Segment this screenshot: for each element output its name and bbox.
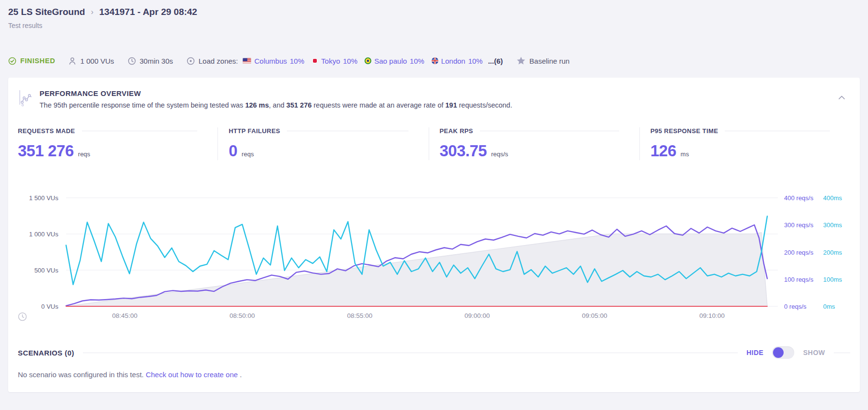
- page-subtitle: Test results: [8, 22, 860, 29]
- rps-tick-label: 400 reqs/s: [784, 194, 819, 202]
- desc-requests-value: 351 276: [286, 101, 312, 109]
- y-axis-vus: 0 VUs500 VUs1 000 VUs1 500 VUs: [18, 198, 66, 306]
- chart-plot-area[interactable]: [66, 198, 778, 306]
- status-label: FINISHED: [20, 57, 55, 65]
- desc-text: requests were made at an average rate of: [312, 101, 445, 109]
- desc-p95-value: 126 ms: [245, 101, 269, 109]
- metric-label: HTTP FAILURES: [229, 127, 280, 135]
- hide-label[interactable]: HIDE: [746, 349, 763, 356]
- card-description: The 95th percentile response time of the…: [40, 101, 512, 109]
- flag-jp-icon: [312, 57, 318, 64]
- y-left-tick: 1 500 VUs: [29, 194, 58, 202]
- zone-london: London 10%: [432, 57, 483, 65]
- breadcrumb-run-name[interactable]: 1341971 - Apr 29 08:42: [99, 7, 197, 17]
- breadcrumb-test-name[interactable]: 25 LS SiteGround: [8, 7, 85, 17]
- desc-rate-value: 191: [446, 101, 457, 109]
- y-right-tick: 100 reqs/s100ms: [784, 275, 842, 283]
- chevron-right-icon: ›: [91, 8, 93, 16]
- status-duration: 30min 30s: [128, 57, 173, 65]
- person-icon: [68, 57, 76, 65]
- y-axis-rps-ms: 0 reqs/s0ms100 reqs/s100ms200 reqs/s200m…: [778, 198, 850, 306]
- metric-unit: ms: [680, 150, 689, 158]
- card-header: PERFORMANCE OVERVIEW The 95th percentile…: [18, 88, 850, 109]
- show-label[interactable]: SHOW: [803, 349, 825, 356]
- ms-tick-label: 0ms: [823, 303, 835, 310]
- divider: [834, 353, 850, 353]
- load-zones-label: Load zones:: [199, 57, 238, 65]
- zone-tokyo: Tokyo 10%: [312, 57, 357, 65]
- scenarios-section: SCENARIOS (0) HIDE SHOW No scenario was …: [18, 346, 850, 379]
- scenarios-title: SCENARIOS (0): [18, 349, 74, 357]
- location-pin-icon: [187, 57, 195, 65]
- metric-value: 126: [651, 142, 677, 160]
- clock-icon: [128, 57, 136, 65]
- star-icon[interactable]: [516, 56, 526, 65]
- toggle-knob: [773, 347, 784, 358]
- check-circle-icon: [8, 57, 16, 65]
- status-finished: FINISHED: [8, 57, 55, 65]
- metric-value: 0: [229, 142, 237, 160]
- card-title: PERFORMANCE OVERVIEW: [40, 88, 512, 97]
- metric-label: REQUESTS MADE: [18, 127, 75, 135]
- performance-chart: 0 VUs500 VUs1 000 VUs1 500 VUs 0 reqs/s0…: [18, 198, 850, 321]
- metric-unit: reqs: [78, 150, 90, 158]
- y-right-tick: 0 reqs/s0ms: [784, 303, 835, 310]
- divider: [287, 131, 408, 131]
- zone-percent: 10%: [410, 57, 424, 65]
- ms-tick-label: 300ms: [823, 221, 842, 229]
- desc-text: The 95th percentile response time of the…: [40, 101, 245, 109]
- metric-label: PEAK RPS: [440, 127, 474, 135]
- zone-city-link[interactable]: Tokyo: [321, 57, 340, 65]
- metric-value: 351 276: [18, 142, 74, 160]
- metric-http-failures: HTTP FAILURES 0reqs: [217, 127, 428, 160]
- x-time-tick: 08:55:00: [347, 312, 373, 319]
- metric-p95-response-time: P95 RESPONSE TIME 126ms: [639, 127, 850, 160]
- desc-text: , and: [269, 101, 286, 109]
- zone-city-link[interactable]: London: [441, 57, 465, 65]
- y-left-tick: 0 VUs: [41, 303, 58, 310]
- status-load-zones: Load zones: Columbus 10% Tokyo 10% Sao p…: [187, 57, 503, 65]
- more-zones-link[interactable]: ...(6): [488, 57, 503, 65]
- metrics-row: REQUESTS MADE 351 276reqs HTTP FAILURES …: [18, 127, 850, 160]
- rps-tick-label: 100 reqs/s: [784, 275, 819, 283]
- baseline-label: Baseline run: [529, 57, 570, 65]
- zone-sao-paulo: Sao paulo 10%: [365, 57, 424, 65]
- metric-unit: reqs/s: [491, 150, 508, 158]
- hide-show-toggle[interactable]: [772, 346, 794, 359]
- line-chart-icon: [18, 88, 33, 107]
- time-clock-icon: [18, 312, 27, 321]
- flag-gb-icon: [432, 57, 438, 64]
- create-scenario-link[interactable]: Check out how to create one: [146, 370, 238, 379]
- status-vus: 1 000 VUs: [68, 57, 114, 65]
- ms-tick-label: 200ms: [823, 248, 842, 256]
- scenarios-message: No scenario was configured in this test.…: [18, 370, 850, 379]
- divider: [82, 131, 198, 131]
- divider: [480, 131, 619, 131]
- metric-value: 303.75: [440, 142, 487, 160]
- performance-overview-card: PERFORMANCE OVERVIEW The 95th percentile…: [8, 78, 860, 392]
- card-header-text: PERFORMANCE OVERVIEW The 95th percentile…: [40, 88, 512, 109]
- zone-percent: 10%: [343, 57, 357, 65]
- zone-city-link[interactable]: Columbus: [254, 57, 287, 65]
- load-zones-list: Columbus 10% Tokyo 10% Sao paulo 10% Lon…: [243, 57, 502, 65]
- metric-peak-rps: PEAK RPS 303.75reqs/s: [429, 127, 639, 160]
- ms-tick-label: 100ms: [823, 275, 842, 283]
- y-left-tick: 1 000 VUs: [29, 230, 58, 237]
- divider: [83, 353, 738, 353]
- ms-tick-label: 400ms: [823, 194, 842, 202]
- rps-tick-label: 300 reqs/s: [784, 221, 819, 229]
- y-right-tick: 300 reqs/s300ms: [784, 221, 842, 229]
- collapse-chevron-up-icon[interactable]: [838, 95, 845, 100]
- y-right-tick: 200 reqs/s200ms: [784, 248, 842, 256]
- x-time-tick: 08:45:00: [112, 312, 138, 319]
- rps-tick-label: 200 reqs/s: [784, 248, 819, 256]
- rps-tick-label: 0 reqs/s: [784, 303, 819, 310]
- y-left-tick: 500 VUs: [34, 266, 58, 273]
- metric-label: P95 RESPONSE TIME: [651, 127, 718, 135]
- divider: [725, 131, 830, 131]
- x-axis-time: 08:45:0008:50:0008:55:0009:00:0009:05:00…: [66, 312, 778, 321]
- zone-columbus: Columbus 10%: [243, 57, 304, 65]
- chart-canvas: [66, 198, 778, 306]
- zone-city-link[interactable]: Sao paulo: [374, 57, 407, 65]
- scenarios-message-text: No scenario was configured in this test.: [18, 370, 146, 379]
